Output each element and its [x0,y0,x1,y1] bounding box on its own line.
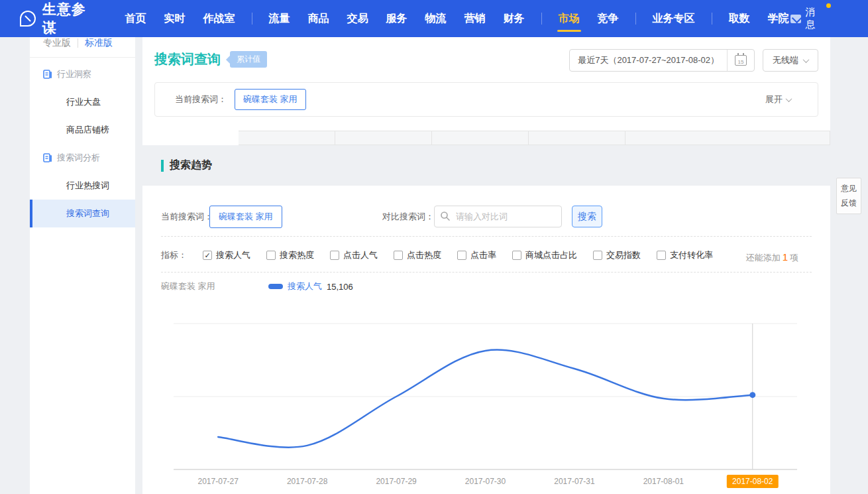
search-icon [440,211,451,221]
sidebar-item-2[interactable]: 商品店铺榜 [30,116,135,144]
nav-item-5[interactable]: 商品 [307,2,331,36]
version-switcher: 专业版 标准版 [30,37,135,52]
nav-item-6[interactable]: 交易 [346,2,370,36]
mail-icon [790,15,802,23]
table-tab-0[interactable] [142,131,239,145]
table-tab-2[interactable] [335,131,432,145]
legend-keyword: 碗碟套装 家用 [161,280,215,292]
nav-group-divider [252,13,252,25]
page-title-row: 搜索词查询 累计值 [154,50,267,68]
search-button[interactable]: 搜索 [572,206,602,227]
checkbox-checked-icon: ✓ [203,251,212,260]
current-term-label: 当前搜索词： [175,93,227,105]
trend-chart-svg: 2017-07-272017-07-282017-07-292017-07-30… [142,318,830,494]
nav-item-8[interactable]: 物流 [424,2,448,36]
nav-menu: 首页实时作战室流量商品交易服务物流营销财务市场竞争业务专区取数学院 [124,2,790,36]
metric-label: 点击热度 [407,249,441,261]
sidebar-item-4[interactable]: 行业热搜词 [30,172,135,200]
x-axis-label: 2017-08-02 [732,477,773,486]
nav-group-divider [541,13,542,25]
nav-item-12[interactable]: 市场 [557,2,581,36]
expand-toggle[interactable]: 展开 [765,93,791,105]
dashed-divider [161,272,812,273]
current-term-tag[interactable]: 碗碟套装 家用 [235,89,306,110]
dashed-divider [161,236,812,237]
trend-line-chart[interactable]: 2017-07-272017-07-282017-07-292017-07-30… [142,318,830,494]
metric-checkbox-5[interactable]: 商城点击占比 [512,249,577,261]
nav-item-4[interactable]: 流量 [268,2,292,36]
sidebar-item-3[interactable]: 搜索词分析 [30,144,135,172]
metric-checkbox-3[interactable]: 点击热度 [394,249,441,261]
trend-section-header: 搜索趋势 [142,145,830,186]
nav-group-divider [635,13,636,25]
date-range-text: 最近7天（2017-07-27~2017-08-02） [570,54,727,66]
metric-label: 商城点击占比 [525,249,577,261]
nav-item-18[interactable]: 学院 [767,2,790,36]
chart-legend[interactable]: 搜索人气 15,106 [268,280,353,292]
x-axis-label: 2017-07-31 [554,477,595,486]
table-tab-4[interactable] [529,131,625,145]
table-tab-5[interactable] [625,131,830,145]
current-term-box: 当前搜索词： 碗碟套装 家用 展开 [154,82,818,117]
table-tab-1[interactable] [239,131,335,145]
version-tab-professional[interactable]: 专业版 [43,37,71,49]
sidebar-item-0[interactable]: 行业洞察 [30,60,135,88]
app-name: 生意参谋 [42,0,100,37]
sidebar: 专业版 标准版 行业洞察行业大盘商品店铺榜搜索词分析行业热搜词搜索词查询 [30,37,135,494]
nav-item-2[interactable]: 作战室 [202,2,237,36]
compare-input-wrap [434,206,562,227]
metric-checkbox-7[interactable]: 支付转化率 [657,249,713,261]
terminal-select[interactable]: 无线端 [763,49,818,72]
nav-item-17[interactable]: 取数 [728,2,751,36]
x-axis-label: 2017-07-29 [376,477,417,486]
metric-checkbox-6[interactable]: 交易指数 [593,249,641,261]
metric-label: 交易指数 [606,249,641,261]
app-logo[interactable]: 生意参谋 [20,0,100,37]
compare-term-input[interactable] [434,206,562,227]
metrics-label: 指标： [161,249,187,261]
sidebar-item-label: 行业热搜词 [66,180,109,192]
nav-item-0[interactable]: 首页 [124,2,148,36]
series-line [218,350,753,448]
nav-item-9[interactable]: 营销 [463,2,487,36]
nav-item-15[interactable]: 业务专区 [651,2,696,36]
legend-line-swatch [268,284,283,289]
nav-item-1[interactable]: 实时 [163,2,187,36]
checkbox-unchecked-icon [593,251,602,260]
metric-label: 搜索人气 [216,249,250,261]
trend-current-term-tag[interactable]: 碗碟套装 家用 [209,206,282,228]
date-range-picker[interactable]: 最近7天（2017-07-27~2017-08-02） 15 [569,49,755,72]
nav-item-7[interactable]: 服务 [385,2,409,36]
checkbox-unchecked-icon [512,251,521,260]
sidebar-menu: 行业洞察行业大盘商品店铺榜搜索词分析行业热搜词搜索词查询 [30,60,135,227]
metric-label: 点击率 [470,249,496,261]
remaining-count: 1 [781,251,790,263]
messages-button[interactable]: 消息 [790,6,825,31]
metric-checkbox-0[interactable]: ✓搜索人气 [203,249,250,261]
table-tab-strip [142,131,830,145]
version-tab-standard[interactable]: 标准版 [85,37,113,49]
feedback-button[interactable]: 意见 反馈 [836,178,861,214]
metric-checkbox-2[interactable]: 点击人气 [330,249,378,261]
sidebar-item-1[interactable]: 行业大盘 [30,88,135,116]
search-trend-card: 当前搜索词： 碗碟套装 家用 对比搜索词： 搜索 指标：✓搜索人气搜索热度点击人… [142,186,830,494]
page-title: 搜索词查询 [154,50,221,68]
report-icon [43,153,52,162]
nav-item-10[interactable]: 财务 [502,2,526,36]
sidebar-item-label: 行业洞察 [57,68,91,80]
version-separator [78,38,78,48]
metric-checkbox-4[interactable]: 点击率 [457,249,496,261]
metric-checkbox-1[interactable]: 搜索热度 [266,249,314,261]
notification-dot-badge [826,3,831,8]
x-axis-label: 2017-07-28 [287,477,328,486]
table-tab-3[interactable] [432,131,529,145]
legend-series-name: 搜索人气 [288,280,322,292]
nav-item-13[interactable]: 竞争 [596,2,620,36]
x-axis-label: 2017-08-01 [643,477,684,486]
sidebar-item-5[interactable]: 搜索词查询 [30,200,135,227]
last-point-marker [749,392,755,398]
sidebar-divider [30,57,135,58]
remaining-metrics-hint: 还能添加1项 [746,251,798,264]
cumulative-value-badge: 累计值 [230,51,267,68]
checkbox-unchecked-icon [394,251,403,260]
